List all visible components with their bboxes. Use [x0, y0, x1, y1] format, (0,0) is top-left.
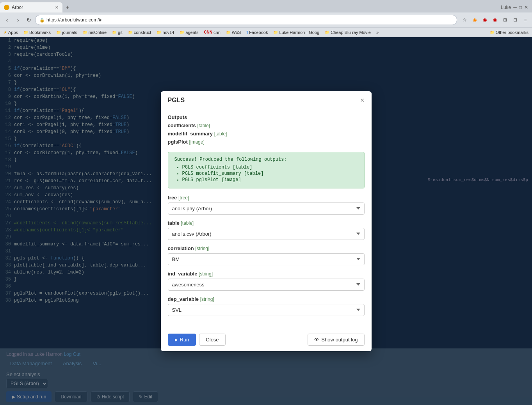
page-content: 1require(ape) 2require(nlme) 3require(ca… [0, 37, 532, 405]
nav-bar: ‹ › ↻ 🔒 https://arbor.kitware.com/# ☆ ◉ … [0, 12, 532, 27]
bm-more[interactable]: » [375, 30, 380, 35]
correlation-select[interactable]: BM OU Pagel ACDC [168, 253, 365, 265]
bm-journals[interactable]: 📁 journals [55, 30, 78, 35]
star-icon[interactable]: ☆ [460, 16, 469, 24]
ssl-lock-icon: 🔒 [39, 18, 45, 23]
dep-variable-field-group: dep_variable [string] SVL [168, 296, 365, 316]
new-tab-button[interactable]: + [62, 2, 73, 12]
extension-icon-4[interactable]: ⊞ [501, 16, 509, 24]
success-list: PGLS coefficients [table] PGLS modelfit_… [174, 165, 358, 183]
show-log-label: Show output log [321, 337, 358, 343]
dep-variable-select[interactable]: SVL [168, 304, 365, 316]
url-text: https://arbor.kitware.com/# [46, 17, 101, 23]
tree-field-group: tree [tree] anolis.phy (Arbor) [168, 195, 365, 215]
bm-bluray[interactable]: 📁 Cheap Blu-ray Movie [324, 30, 372, 35]
bm-facebook[interactable]: f Facebook [245, 30, 269, 35]
bm-msonline[interactable]: 📁 msOnline [82, 30, 108, 35]
forward-button[interactable]: › [13, 15, 23, 25]
modal-body: Outputs coefficients [table] modelfit_su… [161, 108, 372, 327]
dep-variable-label: dep_variable [string] [168, 296, 365, 302]
ind-variable-label: ind_variable [string] [168, 271, 365, 277]
close-modal-button[interactable]: Close [199, 334, 225, 346]
show-output-log-button[interactable]: 👁 Show output log [308, 334, 364, 346]
correlation-field-group: correlation [string] BM OU Pagel ACDC [168, 245, 365, 265]
success-item-1: PGLS coefficients [table] [182, 165, 358, 170]
output-coefficients: coefficients [table] [168, 122, 365, 130]
success-item-2: PGLS modelfit_summary [table] [182, 171, 358, 176]
bm-nov14[interactable]: 📁 nov14 [155, 30, 175, 35]
tab-favicon [4, 5, 9, 10]
browser-tab[interactable]: Arbor ✕ [0, 2, 62, 12]
window-user-label: Luke [501, 5, 511, 10]
bm-construct[interactable]: 📁 construct [127, 30, 153, 35]
bm-agents[interactable]: 📁 agents [178, 30, 199, 35]
table-label: table [table] [168, 220, 365, 226]
ind-variable-field-group: ind_variable [string] awesomeness [168, 271, 365, 291]
back-button[interactable]: ‹ [2, 15, 12, 25]
nav-icons: ☆ ◉ ◉ ◉ ⊞ ⊟ ≡ [460, 16, 530, 24]
bm-cnn[interactable]: CNN cnn [203, 30, 221, 35]
table-select[interactable]: anolis.csv (Arbor) [168, 228, 365, 240]
bm-git[interactable]: 📁 git [111, 30, 124, 35]
output-modelfit: modelfit_summary [table] [168, 130, 365, 138]
bookmarks-bar: ★ Apps 📁 Bookmarks 📁 journals 📁 msOnline… [0, 27, 532, 37]
eye-icon: 👁 [314, 337, 319, 343]
extension-icon-3[interactable]: ◉ [491, 16, 499, 24]
correlation-label: correlation [string] [168, 245, 365, 251]
output-pglsplot: pglsPlot [image] [168, 138, 365, 146]
play-icon: ▶ [175, 338, 178, 342]
table-field-group: table [table] anolis.csv (Arbor) [168, 220, 365, 240]
menu-button[interactable]: ≡ [521, 16, 530, 24]
run-button-label: Run [180, 337, 189, 343]
extension-icon-5[interactable]: ⊟ [511, 16, 520, 24]
refresh-button[interactable]: ↻ [24, 15, 34, 25]
extension-icon-2[interactable]: ◉ [480, 16, 489, 24]
tree-select[interactable]: anolis.phy (Arbor) [168, 202, 365, 215]
ind-variable-select[interactable]: awesomeness [168, 279, 365, 291]
pgls-modal: PGLS × Outputs coefficients [table] mode… [161, 91, 372, 351]
tree-label: tree [tree] [168, 195, 365, 201]
address-bar[interactable]: 🔒 https://arbor.kitware.com/# [35, 15, 457, 25]
success-item-3: PGLS pglsPlot [image] [182, 177, 358, 183]
minimize-button[interactable]: ─ [513, 5, 517, 10]
run-button[interactable]: ▶ Run [168, 334, 196, 346]
bm-lukeharmon[interactable]: 📁 Luke Harmon - Goog [272, 30, 320, 35]
extension-icon-1[interactable]: ◉ [470, 16, 479, 24]
modal-footer: ▶ Run Close 👁 Show output log [161, 328, 372, 351]
modal-header: PGLS × [161, 91, 372, 108]
outputs-title: Outputs [168, 114, 365, 120]
success-box: Success! Produced the following outputs:… [168, 152, 365, 188]
modal-title: PGLS [168, 97, 185, 104]
bm-bookmarks[interactable]: 📁 Bookmarks [22, 30, 52, 35]
bm-apps[interactable]: ★ Apps [2, 30, 19, 35]
success-text: Success! Produced the following outputs: [174, 157, 358, 162]
bm-other[interactable]: 📁 Other bookmarks [489, 30, 530, 35]
tab-close-button[interactable]: ✕ [55, 5, 59, 10]
tab-title: Arbor [12, 5, 23, 10]
footer-left-buttons: ▶ Run Close [168, 334, 226, 346]
modal-backdrop: PGLS × Outputs coefficients [table] mode… [0, 37, 532, 405]
tab-bar: Arbor ✕ + Luke ─ □ ✕ [0, 0, 532, 12]
browser-chrome: Arbor ✕ + Luke ─ □ ✕ ‹ › ↻ 🔒 https://arb… [0, 0, 532, 37]
close-window-button[interactable]: ✕ [524, 5, 528, 10]
outputs-section: Outputs coefficients [table] modelfit_su… [168, 114, 365, 146]
modal-close-button[interactable]: × [360, 97, 365, 104]
maximize-button[interactable]: □ [519, 5, 522, 10]
bm-wos[interactable]: 📁 WoS [225, 30, 242, 35]
